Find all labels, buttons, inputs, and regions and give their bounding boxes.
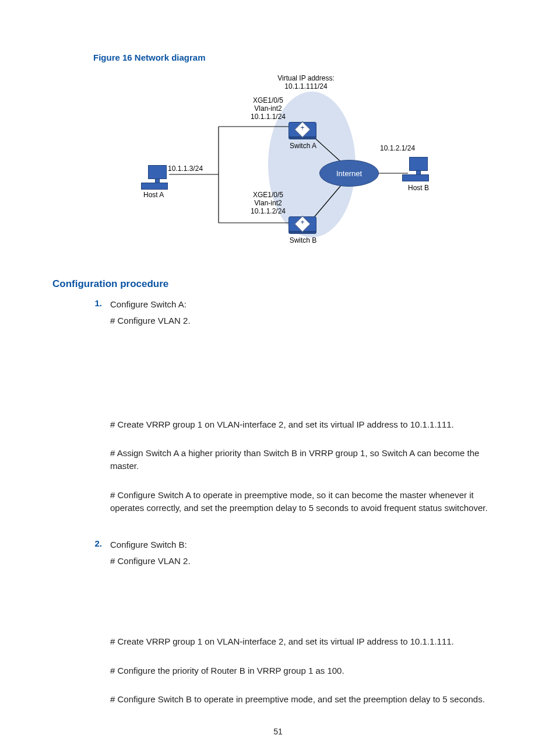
switch-b-if-3: 10.1.1.2/24 (245, 207, 291, 215)
step-1-line-3: # Create VRRP group 1 on VLAN-interface … (110, 418, 504, 431)
step-2-line-5: # Configure Switch B to operate in preem… (110, 693, 504, 706)
step-2-line-3: # Create VRRP group 1 on VLAN-interface … (110, 635, 504, 648)
switch-b-label: Switch B (274, 236, 332, 244)
host-a-ip: 10.1.1.3/24 (168, 164, 203, 173)
host-b-ip: 10.1.2.1/24 (380, 144, 415, 152)
host-b-icon (402, 157, 429, 180)
host-a-label: Host A (143, 191, 164, 199)
switch-b-icon (288, 216, 316, 232)
step-2-line-2: # Configure VLAN 2. (110, 555, 504, 568)
step-1-line-1: Configure Switch A: (110, 298, 504, 311)
step-1-line-4: # Assign Switch A a higher priority than… (110, 447, 504, 473)
switch-b-if-2: Vlan-int2 (245, 199, 291, 207)
step-2-line-1: Configure Switch B: (110, 538, 504, 551)
switch-a-icon (288, 122, 316, 137)
internet-cloud: Internet (319, 160, 379, 187)
page-number: 51 (52, 727, 504, 736)
step-2-line-4: # Configure the priority of Router B in … (110, 664, 504, 677)
switch-a-label: Switch A (274, 142, 332, 150)
network-diagram: Internet Virtual IP address: 10.1.1.111/… (93, 74, 408, 243)
step-2: 2. Configure Switch B: # Configure VLAN … (52, 538, 504, 709)
switch-b-if-1: XGE1/0/5 (245, 191, 291, 199)
figure-caption: Figure 16 Network diagram (93, 52, 504, 62)
host-b-label: Host B (408, 184, 429, 192)
step-1-line-5: # Configure Switch A to operate in preem… (110, 489, 504, 514)
internet-label: Internet (336, 169, 362, 178)
step-1: 1. Configure Switch A: # Configure VLAN … (52, 298, 504, 517)
step-2-number: 2. (52, 538, 110, 709)
step-1-number: 1. (52, 298, 110, 517)
step-1-line-2: # Configure VLAN 2. (110, 314, 504, 327)
switch-a-if-2: Vlan-int2 (245, 104, 291, 113)
virtual-ip-label-1: Virtual IP address: (262, 74, 350, 82)
switch-a-if-1: XGE1/0/5 (245, 96, 291, 104)
section-heading: Configuration procedure (52, 278, 504, 290)
virtual-ip-label-2: 10.1.1.111/24 (262, 82, 350, 90)
host-a-icon (141, 165, 168, 188)
switch-a-if-3: 10.1.1.1/24 (245, 113, 291, 121)
